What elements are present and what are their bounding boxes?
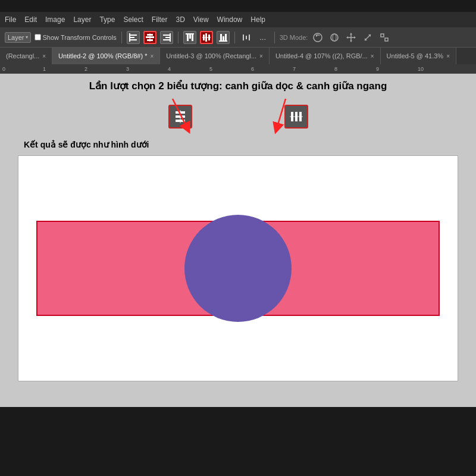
toolbar-separator-2 — [178, 32, 178, 43]
menu-3d[interactable]: 3D — [176, 15, 184, 24]
svg-rect-37 — [381, 34, 384, 37]
svg-marker-34 — [354, 36, 356, 39]
tab-4-close[interactable]: × — [446, 53, 450, 60]
svg-rect-46 — [290, 116, 303, 117]
toolbar-separator-1 — [121, 32, 122, 43]
menu-bar: File Edit Image Layer Type Select Filter… — [0, 12, 476, 27]
chevron-down-icon: ▾ — [26, 35, 28, 40]
menu-select[interactable]: Select — [123, 15, 143, 24]
svg-rect-15 — [186, 33, 194, 35]
svg-rect-24 — [243, 35, 244, 40]
tab-0-label: (Rectangl... — [6, 52, 39, 60]
tab-3-close[interactable]: × — [371, 53, 374, 60]
align-top-btn[interactable] — [183, 31, 196, 44]
align-center-horizontal-btn[interactable] — [200, 31, 213, 44]
transform-controls-text: Show Transform Controls — [43, 34, 117, 41]
svg-point-30 — [333, 34, 336, 41]
ruler-marks: 0 1 2 3 4 5 6 7 8 9 10 — [2, 64, 474, 73]
align-left-btn[interactable] — [127, 31, 140, 44]
transform-controls-checkbox[interactable] — [35, 34, 41, 40]
svg-rect-2 — [130, 39, 137, 40]
tab-4-label: Untitled-5 @ 41.3% — [387, 52, 444, 60]
layer-dropdown[interactable]: Layer ▾ — [5, 32, 31, 43]
ruler-mark-6: 6 — [251, 66, 254, 72]
ruler-mark-9: 9 — [376, 66, 379, 72]
ruler-mark-5: 5 — [209, 66, 212, 72]
svg-point-29 — [331, 34, 338, 41]
svg-rect-10 — [163, 39, 170, 40]
tab-3-label: Untitled-4 @ 107% ((2), RGB/... — [275, 52, 368, 60]
menu-view[interactable]: View — [193, 15, 209, 24]
3d-pan-btn[interactable] — [345, 31, 358, 44]
svg-rect-8 — [163, 35, 170, 36]
align-center-vert-icon-box[interactable] — [168, 105, 192, 129]
svg-rect-12 — [187, 34, 189, 41]
ruler-mark-1: 1 — [43, 66, 46, 72]
ruler-mark-0: 0 — [2, 66, 5, 72]
ruler-mark-2: 2 — [84, 66, 87, 72]
tab-1-close[interactable]: × — [150, 53, 154, 60]
svg-rect-13 — [189, 34, 191, 39]
instruction-sub-text: Kết quả sẽ được như hình dưới — [24, 140, 149, 149]
toolbar-separator-3 — [234, 32, 235, 43]
toolbar-separator-4 — [274, 32, 275, 43]
ruler-mark-4: 4 — [168, 66, 171, 72]
svg-rect-14 — [192, 34, 193, 41]
svg-rect-42 — [180, 110, 181, 123]
more-options-btn[interactable]: ... — [256, 31, 270, 44]
svg-marker-31 — [350, 33, 352, 35]
menu-filter[interactable]: Filter — [152, 15, 168, 24]
distribute-btn[interactable] — [240, 31, 253, 44]
ruler-mark-8: 8 — [334, 66, 337, 72]
tab-2-label: Untitled-3 @ 100% (Rectangl... — [166, 52, 256, 60]
svg-rect-23 — [219, 40, 227, 42]
3d-rotate-btn[interactable] — [311, 31, 324, 44]
tab-2-close[interactable]: × — [259, 53, 263, 60]
menu-image[interactable]: Image — [45, 15, 65, 24]
svg-rect-20 — [220, 34, 222, 41]
3d-scale-btn[interactable] — [378, 31, 391, 44]
svg-rect-3 — [129, 33, 130, 42]
circle-shape — [184, 215, 292, 322]
3d-orbit-btn[interactable] — [328, 31, 341, 44]
svg-rect-9 — [165, 37, 170, 38]
toolbar: Layer ▾ Show Transform Controls — [0, 27, 476, 48]
svg-rect-11 — [170, 33, 171, 42]
tab-0-close[interactable]: × — [42, 53, 46, 60]
top-bar — [0, 0, 476, 12]
tab-1-label: Untitled-2 @ 100% (RGB/8#) * — [58, 52, 147, 60]
svg-rect-0 — [130, 35, 137, 36]
menu-edit[interactable]: Edit — [24, 15, 37, 24]
tab-2[interactable]: Untitled-3 @ 100% (Rectangl... × — [160, 48, 270, 64]
ruler-mark-7: 7 — [293, 66, 296, 72]
tab-4[interactable]: Untitled-5 @ 41.3% × — [381, 48, 456, 64]
menu-help[interactable]: Help — [250, 15, 265, 24]
tabs-bar: (Rectangl... × Untitled-2 @ 100% (RGB/8#… — [0, 48, 476, 64]
svg-rect-19 — [202, 37, 211, 38]
align-center-vertical-btn[interactable] — [143, 31, 156, 44]
align-right-btn[interactable] — [160, 31, 173, 44]
bottom-bar — [0, 407, 476, 443]
tab-3[interactable]: Untitled-4 @ 107% ((2), RGB/... × — [270, 48, 381, 64]
transform-controls-label[interactable]: Show Transform Controls — [35, 34, 117, 41]
instruction-main-text: Lần lượt chọn 2 biểu tượng: canh giữa dọ… — [12, 80, 464, 92]
menu-file[interactable]: File — [5, 15, 16, 24]
svg-marker-32 — [350, 40, 352, 42]
menu-layer[interactable]: Layer — [73, 15, 91, 24]
content-area: Lần lượt chọn 2 biểu tượng: canh giữa dọ… — [0, 74, 476, 407]
ruler-mark-3: 3 — [126, 66, 129, 72]
3d-mode-label: 3D Mode: — [280, 34, 308, 41]
ruler: 0 1 2 3 4 5 6 7 8 9 10 — [0, 64, 476, 74]
3d-slide-btn[interactable] — [361, 31, 374, 44]
svg-rect-25 — [246, 36, 247, 39]
align-center-horiz-icon-box[interactable] — [284, 105, 308, 129]
ruler-mark-10: 10 — [418, 66, 424, 72]
menu-type[interactable]: Type — [99, 15, 115, 24]
tab-0[interactable]: (Rectangl... × — [0, 48, 52, 64]
menu-window[interactable]: Window — [217, 15, 243, 24]
align-bottom-btn[interactable] — [217, 31, 230, 44]
tab-1[interactable]: Untitled-2 @ 100% (RGB/8#) * × — [52, 48, 160, 64]
svg-rect-38 — [385, 38, 388, 41]
svg-rect-26 — [249, 35, 250, 40]
svg-rect-21 — [223, 36, 224, 41]
